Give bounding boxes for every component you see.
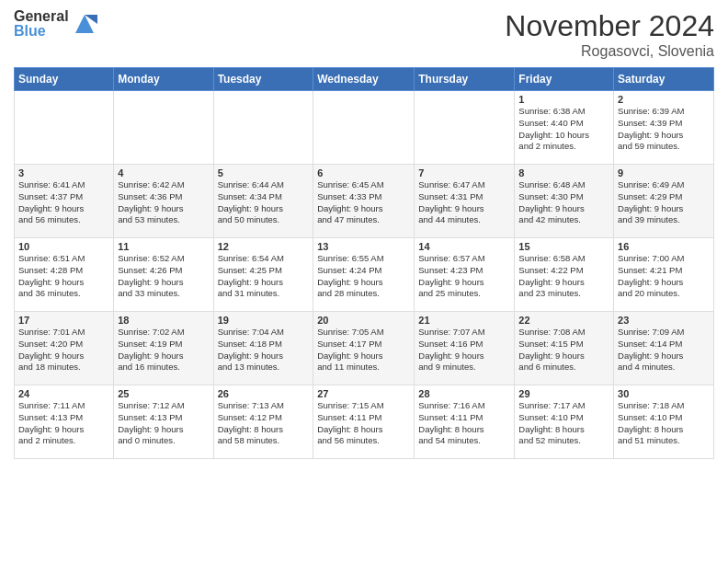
- weekday-header: Sunday: [15, 68, 114, 91]
- day-info: Sunrise: 7:01 AM Sunset: 4:20 PM Dayligh…: [18, 327, 109, 373]
- calendar-header-row: SundayMondayTuesdayWednesdayThursdayFrid…: [15, 68, 714, 91]
- calendar-cell: 3Sunrise: 6:41 AM Sunset: 4:37 PM Daylig…: [15, 165, 114, 238]
- calendar-week-row: 3Sunrise: 6:41 AM Sunset: 4:37 PM Daylig…: [15, 165, 714, 238]
- weekday-header: Wednesday: [313, 68, 415, 91]
- day-info: Sunrise: 7:05 AM Sunset: 4:17 PM Dayligh…: [317, 327, 410, 373]
- day-number: 23: [618, 315, 710, 326]
- calendar-cell: 25Sunrise: 7:12 AM Sunset: 4:13 PM Dayli…: [114, 385, 213, 459]
- day-info: Sunrise: 6:38 AM Sunset: 4:40 PM Dayligh…: [518, 106, 609, 153]
- calendar-table: SundayMondayTuesdayWednesdayThursdayFrid…: [14, 67, 714, 459]
- day-info: Sunrise: 6:45 AM Sunset: 4:33 PM Dayligh…: [317, 179, 410, 226]
- day-number: 12: [218, 241, 310, 252]
- day-number: 9: [618, 167, 710, 178]
- calendar-cell: 14Sunrise: 6:57 AM Sunset: 4:23 PM Dayli…: [415, 238, 515, 312]
- day-info: Sunrise: 6:52 AM Sunset: 4:26 PM Dayligh…: [118, 253, 209, 300]
- day-info: Sunrise: 6:42 AM Sunset: 4:36 PM Dayligh…: [118, 179, 209, 226]
- day-info: Sunrise: 7:17 AM Sunset: 4:10 PM Dayligh…: [518, 400, 609, 447]
- logo-general: General: [14, 9, 69, 24]
- logo-blue: Blue: [14, 24, 69, 39]
- title-block: November 2024 Rogasovci, Slovenia: [505, 9, 714, 60]
- day-number: 5: [218, 167, 310, 178]
- day-info: Sunrise: 7:02 AM Sunset: 4:19 PM Dayligh…: [118, 327, 209, 373]
- calendar-cell: 24Sunrise: 7:11 AM Sunset: 4:13 PM Dayli…: [15, 385, 114, 459]
- calendar-cell: 29Sunrise: 7:17 AM Sunset: 4:10 PM Dayli…: [515, 385, 614, 459]
- day-info: Sunrise: 7:15 AM Sunset: 4:11 PM Dayligh…: [317, 400, 410, 447]
- calendar-cell: 23Sunrise: 7:09 AM Sunset: 4:14 PM Dayli…: [614, 312, 714, 385]
- day-number: 28: [418, 388, 510, 399]
- calendar-cell: 7Sunrise: 6:47 AM Sunset: 4:31 PM Daylig…: [415, 165, 515, 238]
- day-number: 20: [317, 315, 410, 326]
- calendar-cell: 19Sunrise: 7:04 AM Sunset: 4:18 PM Dayli…: [213, 312, 313, 385]
- calendar-cell: 6Sunrise: 6:45 AM Sunset: 4:33 PM Daylig…: [313, 165, 415, 238]
- weekday-header: Friday: [515, 68, 614, 91]
- day-number: 29: [518, 388, 609, 399]
- day-number: 18: [118, 315, 209, 326]
- calendar-cell: 30Sunrise: 7:18 AM Sunset: 4:10 PM Dayli…: [614, 385, 714, 459]
- calendar-cell: 26Sunrise: 7:13 AM Sunset: 4:12 PM Dayli…: [213, 385, 313, 459]
- day-info: Sunrise: 6:58 AM Sunset: 4:22 PM Dayligh…: [518, 253, 609, 300]
- calendar-cell: 12Sunrise: 6:54 AM Sunset: 4:25 PM Dayli…: [213, 238, 313, 312]
- calendar-cell: 5Sunrise: 6:44 AM Sunset: 4:34 PM Daylig…: [213, 165, 313, 238]
- day-info: Sunrise: 7:13 AM Sunset: 4:12 PM Dayligh…: [218, 400, 310, 447]
- calendar-cell: 20Sunrise: 7:05 AM Sunset: 4:17 PM Dayli…: [313, 312, 415, 385]
- calendar-cell: 15Sunrise: 6:58 AM Sunset: 4:22 PM Dayli…: [515, 238, 614, 312]
- calendar-cell: 21Sunrise: 7:07 AM Sunset: 4:16 PM Dayli…: [415, 312, 515, 385]
- calendar-cell: [114, 91, 213, 165]
- weekday-header: Monday: [114, 68, 213, 91]
- main-container: General Blue November 2024 Rogasovci, Sl…: [0, 0, 728, 464]
- day-info: Sunrise: 6:44 AM Sunset: 4:34 PM Dayligh…: [218, 179, 310, 226]
- day-info: Sunrise: 7:09 AM Sunset: 4:14 PM Dayligh…: [618, 327, 710, 373]
- calendar-cell: 8Sunrise: 6:48 AM Sunset: 4:30 PM Daylig…: [515, 165, 614, 238]
- day-number: 1: [518, 94, 609, 105]
- day-number: 2: [618, 94, 710, 105]
- day-info: Sunrise: 6:51 AM Sunset: 4:28 PM Dayligh…: [18, 253, 109, 300]
- day-info: Sunrise: 7:08 AM Sunset: 4:15 PM Dayligh…: [518, 327, 609, 373]
- day-number: 15: [518, 241, 609, 252]
- day-number: 24: [18, 388, 109, 399]
- day-number: 30: [618, 388, 710, 399]
- weekday-header: Tuesday: [213, 68, 313, 91]
- calendar-week-row: 24Sunrise: 7:11 AM Sunset: 4:13 PM Dayli…: [15, 385, 714, 459]
- day-info: Sunrise: 7:11 AM Sunset: 4:13 PM Dayligh…: [18, 400, 109, 447]
- day-info: Sunrise: 6:57 AM Sunset: 4:23 PM Dayligh…: [418, 253, 510, 300]
- calendar-cell: 27Sunrise: 7:15 AM Sunset: 4:11 PM Dayli…: [313, 385, 415, 459]
- day-number: 11: [118, 241, 209, 252]
- day-number: 3: [18, 167, 109, 178]
- day-number: 6: [317, 167, 410, 178]
- month-title: November 2024: [505, 9, 714, 43]
- day-info: Sunrise: 7:16 AM Sunset: 4:11 PM Dayligh…: [418, 400, 510, 447]
- logo: General Blue: [14, 9, 97, 39]
- day-info: Sunrise: 7:12 AM Sunset: 4:13 PM Dayligh…: [118, 400, 209, 447]
- calendar-week-row: 10Sunrise: 6:51 AM Sunset: 4:28 PM Dayli…: [15, 238, 714, 312]
- calendar-cell: 2Sunrise: 6:39 AM Sunset: 4:39 PM Daylig…: [614, 91, 714, 165]
- day-number: 10: [18, 241, 109, 252]
- day-number: 7: [418, 167, 510, 178]
- calendar-cell: 1Sunrise: 6:38 AM Sunset: 4:40 PM Daylig…: [515, 91, 614, 165]
- calendar-cell: [415, 91, 515, 165]
- weekday-header: Thursday: [415, 68, 515, 91]
- weekday-header: Saturday: [614, 68, 714, 91]
- day-number: 4: [118, 167, 209, 178]
- calendar-cell: 11Sunrise: 6:52 AM Sunset: 4:26 PM Dayli…: [114, 238, 213, 312]
- day-info: Sunrise: 7:04 AM Sunset: 4:18 PM Dayligh…: [218, 327, 310, 373]
- day-number: 14: [418, 241, 510, 252]
- day-info: Sunrise: 6:41 AM Sunset: 4:37 PM Dayligh…: [18, 179, 109, 226]
- calendar-cell: 4Sunrise: 6:42 AM Sunset: 4:36 PM Daylig…: [114, 165, 213, 238]
- calendar-cell: [313, 91, 415, 165]
- calendar-cell: 10Sunrise: 6:51 AM Sunset: 4:28 PM Dayli…: [15, 238, 114, 312]
- calendar-cell: 28Sunrise: 7:16 AM Sunset: 4:11 PM Dayli…: [415, 385, 515, 459]
- day-number: 27: [317, 388, 410, 399]
- calendar-cell: 13Sunrise: 6:55 AM Sunset: 4:24 PM Dayli…: [313, 238, 415, 312]
- location-title: Rogasovci, Slovenia: [505, 43, 714, 60]
- day-number: 22: [518, 315, 609, 326]
- calendar-cell: 17Sunrise: 7:01 AM Sunset: 4:20 PM Dayli…: [15, 312, 114, 385]
- day-number: 16: [618, 241, 710, 252]
- day-info: Sunrise: 6:39 AM Sunset: 4:39 PM Dayligh…: [618, 106, 710, 153]
- day-info: Sunrise: 7:07 AM Sunset: 4:16 PM Dayligh…: [418, 327, 510, 373]
- day-info: Sunrise: 6:48 AM Sunset: 4:30 PM Dayligh…: [518, 179, 609, 226]
- day-number: 26: [218, 388, 310, 399]
- day-info: Sunrise: 6:54 AM Sunset: 4:25 PM Dayligh…: [218, 253, 310, 300]
- calendar-cell: [15, 91, 114, 165]
- day-number: 8: [518, 167, 609, 178]
- day-info: Sunrise: 7:18 AM Sunset: 4:10 PM Dayligh…: [618, 400, 710, 447]
